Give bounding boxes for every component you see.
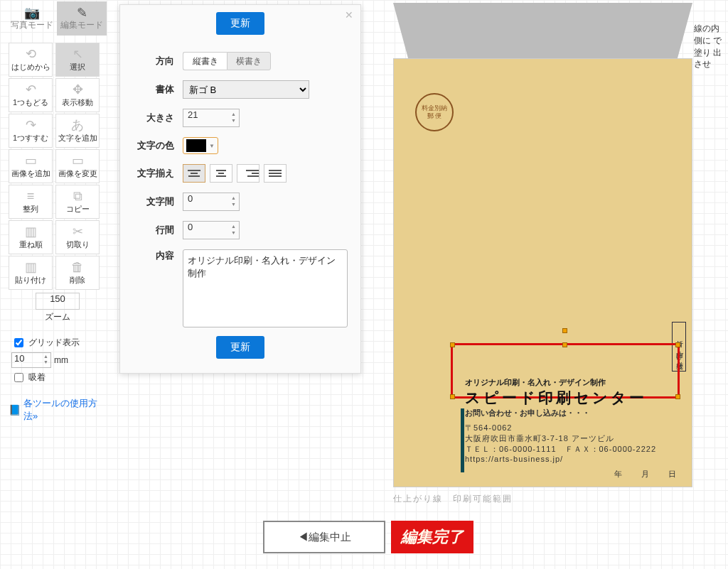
postal-stamp: 料金別納 郵 便 xyxy=(415,93,454,131)
canvas[interactable]: 料金別納 郵 便 折り曲げ厳禁 オリジナル印刷・名入れ・デザイン制作 スピード印… xyxy=(393,3,692,489)
snap-checkbox[interactable]: 吸着 xyxy=(11,371,104,384)
label-color: 文字の色 xyxy=(132,139,183,152)
letterspace-stepper[interactable]: 0 xyxy=(183,193,240,211)
trash-icon: 🗑 xyxy=(71,261,84,273)
scissors-icon: ✂ xyxy=(73,225,83,238)
help-link[interactable]: 📘 各ツールの使用方法» xyxy=(9,397,107,423)
envelope-flap xyxy=(393,3,692,58)
label-line: 行間 xyxy=(132,224,183,237)
tel-text: ＴＥＬ：06-0000-1111 ＦＡＸ：06-0000-2222 xyxy=(465,444,668,455)
font-select[interactable]: 新ゴ B xyxy=(183,80,309,99)
zoom-select[interactable]: 150 xyxy=(36,293,80,310)
url-text: https://arts-business.jp/ xyxy=(465,455,668,463)
text-icon: あ xyxy=(71,119,84,131)
size-stepper[interactable]: 21 xyxy=(183,109,240,127)
cancel-button[interactable]: ◀編集中止 xyxy=(263,521,385,553)
label-direction: 方向 xyxy=(132,55,183,67)
align-button[interactable]: ≡整列 xyxy=(9,185,53,219)
redo-icon: ↷ xyxy=(26,119,36,131)
delete-button[interactable]: 🗑削除 xyxy=(55,256,100,290)
dialog-update-bottom-button[interactable]: 更新 xyxy=(216,336,264,359)
select-button[interactable]: ↖選択 xyxy=(55,43,100,77)
canvas-caption: 仕上がり線 印刷可能範囲 xyxy=(393,493,513,505)
date-text: 年 月 日 xyxy=(614,469,682,479)
text-block[interactable]: オリジナル印刷・名入れ・デザイン制作 スピード印刷センター お問い合わせ・お申し… xyxy=(465,377,668,463)
snap-input[interactable] xyxy=(14,373,23,382)
paste-button[interactable]: ▥貼り付け xyxy=(9,256,53,290)
photo-mode-label: 写真モード xyxy=(11,19,53,31)
cursor-icon: ↖ xyxy=(73,48,83,60)
grid-show-input[interactable] xyxy=(14,338,23,347)
label-letter: 文字間 xyxy=(132,195,183,208)
handle-se[interactable] xyxy=(675,394,680,399)
postal-text: 〒564-0062 xyxy=(465,423,668,433)
grid-unit: mm xyxy=(54,355,68,365)
addtext-button[interactable]: あ文字を追加 xyxy=(55,114,100,148)
label-align: 文字揃え xyxy=(132,167,183,180)
handle-nw[interactable] xyxy=(450,342,455,347)
left-toolbar: ⟲はじめから ↖選択 ↶1つもどる ✥表示移動 ↷1つすすむ あ文字を追加 ▭画… xyxy=(0,43,107,423)
align-icon: ≡ xyxy=(27,190,35,202)
restart-icon: ⟲ xyxy=(26,48,36,60)
direction-toggle: 縦書き 横書き xyxy=(183,52,271,70)
handle-sw[interactable] xyxy=(450,394,455,399)
dialog-close-icon[interactable]: ✕ xyxy=(345,9,353,21)
align-left-button[interactable] xyxy=(183,164,205,183)
mode-bar: 📷 写真モード ✎ 編集モード xyxy=(7,1,107,36)
text-properties-dialog: 更新 ✕ 方向 縦書き 横書き 書体 新ゴ B 大きさ 21 文字の色 ▼ 文字… xyxy=(119,4,361,374)
done-button[interactable]: 編集完了 xyxy=(391,521,473,553)
align-justify-button[interactable] xyxy=(264,164,287,183)
align-center-button[interactable] xyxy=(210,164,232,183)
pencil-icon: ✎ xyxy=(77,6,87,19)
label-content: 内容 xyxy=(132,249,183,262)
linespace-stepper[interactable]: 0 xyxy=(183,221,240,239)
label-size: 大きさ xyxy=(132,112,183,124)
color-swatch-box xyxy=(186,139,206,152)
layers-icon: ▥ xyxy=(25,225,37,238)
side-note: 線の内側に で塗り 出させ xyxy=(694,23,724,70)
camera-icon: 📷 xyxy=(24,6,40,19)
label-font: 書体 xyxy=(132,83,183,96)
decorative-bar xyxy=(461,408,464,472)
subtitle-text: お問い合わせ・お申し込みは・・・ xyxy=(465,408,668,418)
restart-button[interactable]: ⟲はじめから xyxy=(9,43,53,77)
edit-mode-label: 編集モード xyxy=(60,19,103,31)
order-button[interactable]: ▥重ね順 xyxy=(9,220,53,254)
copy-button[interactable]: ⧉コピー xyxy=(55,185,100,219)
photo-mode-button[interactable]: 📷 写真モード xyxy=(7,1,57,36)
chgimg-button[interactable]: ▭画像を変更 xyxy=(55,149,100,183)
title-text: スピード印刷センター xyxy=(465,388,668,408)
headline-text: オリジナル印刷・名入れ・デザイン制作 xyxy=(465,377,668,388)
handle-ne[interactable] xyxy=(675,342,680,347)
chevron-down-icon: ▼ xyxy=(209,143,215,149)
copy-icon: ⧉ xyxy=(73,190,82,202)
undo-button[interactable]: ↶1つもどる xyxy=(9,78,53,112)
move-icon: ✥ xyxy=(73,83,83,96)
grid-show-checkbox[interactable]: グリッド表示 xyxy=(11,336,104,349)
grid-size-field[interactable]: 10 xyxy=(11,352,51,368)
dialog-update-top-button[interactable]: 更新 xyxy=(216,12,264,35)
handle-n[interactable] xyxy=(562,342,567,347)
color-picker[interactable]: ▼ xyxy=(183,137,218,154)
pan-button[interactable]: ✥表示移動 xyxy=(55,78,100,112)
direction-horizontal[interactable]: 横書き xyxy=(227,52,271,70)
undo-icon: ↶ xyxy=(26,83,36,96)
cut-button[interactable]: ✂切取り xyxy=(55,220,100,254)
edit-mode-button[interactable]: ✎ 編集モード xyxy=(57,1,107,36)
direction-vertical[interactable]: 縦書き xyxy=(183,52,227,70)
rotate-handle[interactable] xyxy=(562,328,567,333)
envelope-body[interactable]: 料金別納 郵 便 折り曲げ厳禁 オリジナル印刷・名入れ・デザイン制作 スピード印… xyxy=(393,58,692,487)
book-icon: 📘 xyxy=(9,404,21,416)
content-textarea[interactable]: オリジナル印刷・名入れ・デザイン制作 xyxy=(183,249,348,327)
redo-button[interactable]: ↷1つすすむ xyxy=(9,114,53,148)
image-icon: ▭ xyxy=(25,154,37,167)
addimg-button[interactable]: ▭画像を追加 xyxy=(9,149,53,183)
paste-icon: ▥ xyxy=(25,261,37,273)
align-right-button[interactable] xyxy=(237,164,259,183)
imageswap-icon: ▭ xyxy=(72,154,84,167)
address-text: 大阪府吹田市垂水町3-7-18 アーツビル xyxy=(465,433,668,444)
zoom-label: ズーム xyxy=(45,311,70,323)
bottom-bar: ◀編集中止 編集完了 xyxy=(263,521,473,553)
